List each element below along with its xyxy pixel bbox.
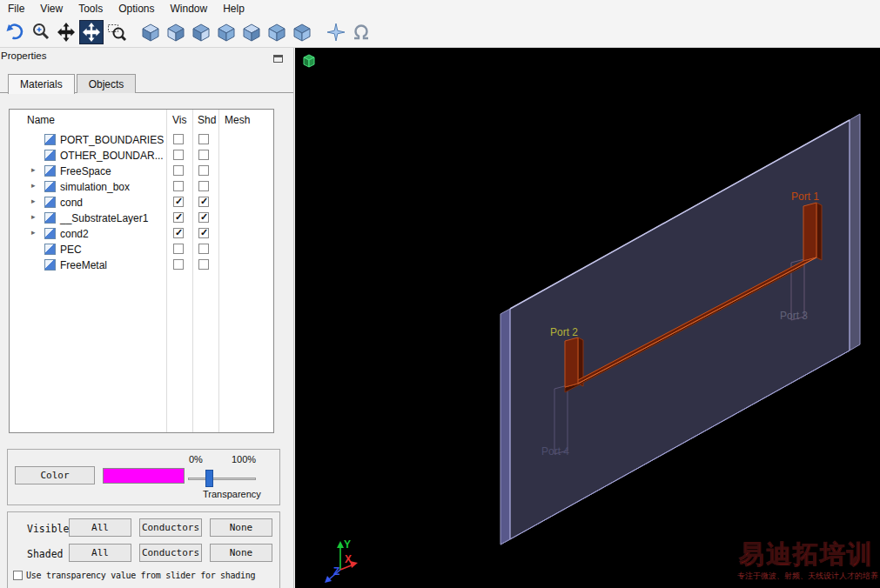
move-tool-button-active[interactable] (79, 20, 104, 44)
vis-checkbox[interactable] (173, 181, 184, 191)
shd-checkbox[interactable] (198, 259, 209, 270)
menu-options[interactable]: Options (111, 1, 162, 17)
shd-checkbox[interactable] (198, 228, 209, 238)
port4-label: Port 4 (541, 445, 569, 458)
table-row[interactable]: PORT_BOUNDARIES (10, 132, 273, 148)
menu-window[interactable]: Window (163, 1, 216, 17)
shaded-none-button[interactable]: None (210, 544, 272, 562)
zoom-window-button[interactable] (104, 20, 129, 44)
column-header-mesh: Mesh (225, 114, 250, 126)
substrate-right-edge[interactable] (850, 114, 860, 351)
vis-checkbox[interactable] (173, 134, 184, 144)
table-row[interactable]: __SubstrateLayer1 (10, 210, 273, 226)
menu-tools[interactable]: Tools (71, 1, 111, 17)
view-cube-7-button[interactable] (290, 20, 314, 44)
material-name[interactable]: OTHER_BOUNDAR... (60, 150, 164, 162)
star-icon (326, 22, 346, 43)
vis-checkbox[interactable] (173, 244, 184, 254)
shd-checkbox[interactable] (198, 165, 209, 176)
view-cube-icon (267, 23, 286, 42)
3d-scene[interactable]: Port 1 Port 2 Port 3 Port 4 Y X Z 易迪拓培训 … (295, 48, 880, 588)
shaded-all-button[interactable]: All (69, 544, 131, 562)
table-row[interactable]: FreeMetal (10, 257, 273, 273)
vis-checkbox[interactable] (173, 212, 184, 223)
vis-checkbox[interactable] (173, 228, 184, 238)
vis-checkbox[interactable] (173, 150, 184, 160)
material-name[interactable]: FreeMetal (60, 259, 107, 271)
view-cube-2-button[interactable] (164, 20, 188, 44)
material-name[interactable]: PORT_BOUNDARIES (60, 134, 164, 146)
axes-star-button[interactable] (324, 20, 348, 44)
substrate-left-edge[interactable] (500, 309, 510, 545)
expand-arrow-icon[interactable] (31, 197, 40, 207)
expand-arrow-icon[interactable] (31, 212, 40, 223)
float-panel-icon[interactable] (273, 55, 283, 63)
shd-checkbox[interactable] (198, 134, 209, 144)
menu-view[interactable]: View (32, 1, 71, 17)
view-cube-1-button[interactable] (138, 20, 163, 44)
table-row[interactable]: simulation_box (10, 179, 273, 195)
menu-help[interactable]: Help (215, 1, 252, 17)
material-name[interactable]: PEC (60, 244, 82, 256)
color-swatch[interactable] (103, 468, 185, 484)
material-name[interactable]: __SubstrateLayer1 (60, 212, 148, 224)
visible-none-button[interactable]: None (210, 518, 272, 537)
expand-arrow-icon[interactable] (31, 181, 40, 191)
table-row[interactable]: cond (10, 195, 273, 210)
table-row[interactable]: OTHER_BOUNDAR... (10, 148, 273, 164)
zoom-window-icon (106, 22, 127, 43)
transparency-label: Transparency (203, 489, 261, 499)
material-icon (44, 228, 56, 239)
shd-checkbox[interactable] (198, 244, 209, 254)
port3-label: Port 3 (780, 310, 808, 322)
view-cube-4-button[interactable] (214, 20, 238, 44)
color-button[interactable]: Color (15, 466, 95, 484)
material-icon (44, 150, 56, 161)
visible-all-button[interactable]: All (69, 518, 131, 537)
watermark-title: 易迪拓培训 (738, 540, 874, 568)
menu-file[interactable]: File (0, 1, 32, 17)
trace-vertical-port2[interactable] (565, 337, 578, 387)
shd-checkbox[interactable] (198, 150, 209, 160)
use-transparency-checkbox[interactable] (13, 571, 23, 580)
visible-label: Visible (27, 523, 69, 535)
transparency-slider-track[interactable] (188, 478, 256, 480)
vis-checkbox[interactable] (173, 259, 184, 270)
view-cube-5-button[interactable] (239, 20, 264, 44)
material-name[interactable]: cond2 (60, 228, 89, 240)
port1-label: Port 1 (791, 190, 819, 203)
materials-table: Name Vis Shd Mesh PORT_BOUNDARIES OTHER_… (9, 109, 274, 433)
rotate-view-button[interactable] (3, 20, 28, 44)
expand-arrow-icon[interactable] (31, 165, 40, 176)
table-rows: PORT_BOUNDARIES OTHER_BOUNDAR... FreeSpa… (10, 132, 273, 273)
material-name[interactable]: cond (60, 197, 83, 209)
material-icon (44, 244, 56, 255)
shd-checkbox[interactable] (198, 197, 209, 207)
pan-tool-button[interactable] (54, 20, 78, 44)
trace-vertical-port1[interactable] (803, 203, 816, 261)
tab-objects[interactable]: Objects (77, 74, 137, 93)
use-transparency-label: Use transparency value from slider for s… (26, 571, 255, 580)
table-row[interactable]: FreeSpace (10, 164, 273, 179)
shaded-conductors-button[interactable]: Conductors (139, 544, 202, 562)
material-name[interactable]: simulation_box (60, 181, 130, 193)
material-name[interactable]: FreeSpace (60, 165, 111, 177)
vis-checkbox[interactable] (173, 197, 184, 207)
table-row[interactable]: cond2 (10, 226, 273, 242)
table-row[interactable]: PEC (10, 242, 273, 257)
view-cube-3-button[interactable] (189, 20, 213, 44)
viewport-3d[interactable]: Port 1 Port 2 Port 3 Port 4 Y X Z 易迪拓培训 … (295, 48, 880, 588)
shd-checkbox[interactable] (198, 212, 209, 223)
visible-conductors-button[interactable]: Conductors (139, 518, 202, 537)
expand-arrow-icon[interactable] (31, 228, 40, 238)
vis-checkbox[interactable] (173, 165, 184, 176)
view-cube-6-button[interactable] (265, 20, 289, 44)
watermark-subtitle: 专注于微波、射频、天线设计人才的培养 (737, 571, 878, 580)
transparency-slider-handle[interactable] (205, 470, 213, 487)
shd-checkbox[interactable] (198, 181, 209, 191)
view-orientation-cube-icon[interactable] (304, 55, 314, 67)
zoom-cursor-button[interactable] (29, 20, 53, 44)
magnet-icon (351, 22, 372, 43)
tab-materials[interactable]: Materials (8, 74, 75, 94)
snap-magnet-button[interactable] (349, 20, 373, 44)
